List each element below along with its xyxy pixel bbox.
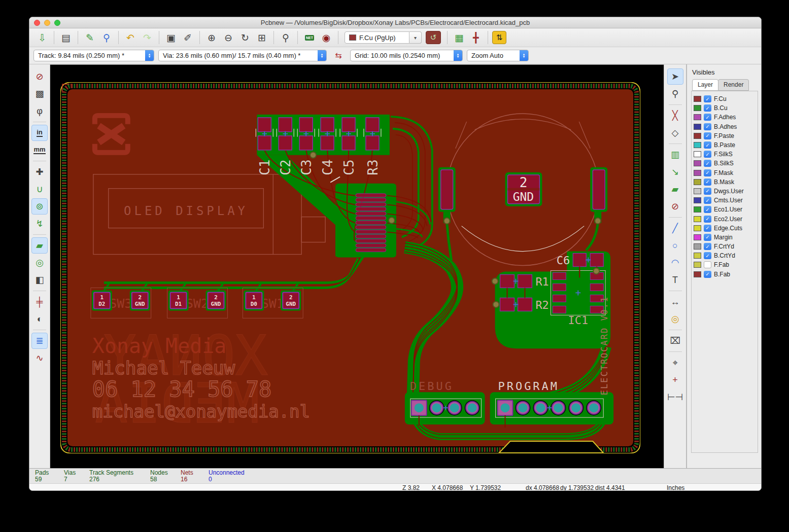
pcb-canvas[interactable]: XONAY MEDIA OLED DISPLAY [50,64,664,468]
layer-color-swatch[interactable] [694,133,701,139]
measure-tool-button[interactable]: ⊢⊣ [667,389,683,405]
tab-render[interactable]: Render [718,79,749,91]
layer-checkbox[interactable] [704,104,711,112]
track-width-select[interactable]: Track: 9.84 mils (0.250 mm) * ▲▼ [33,50,154,61]
layer-pair-toggle-button[interactable]: ↺ [426,31,441,44]
auto-delete-track-button[interactable]: ↯ [31,216,48,232]
page-settings-button[interactable]: ▤ [58,30,74,45]
layer-checkbox[interactable] [704,160,711,167]
drc-button[interactable]: ◉ [319,30,334,45]
layer-color-swatch[interactable] [694,206,701,212]
units-mm-button[interactable]: mm [31,142,48,158]
select-footprint-button[interactable]: ◇ [667,125,683,141]
zoom-out-button[interactable]: ⊖ [221,30,236,45]
netlist-button[interactable]: NET [302,30,317,45]
layer-checkbox[interactable] [704,197,711,204]
add-zone-button[interactable]: ▰ [667,181,683,197]
polar-coords-button[interactable]: φ [31,103,48,119]
add-graphic-line-button[interactable]: ╱ [667,220,683,236]
layer-color-swatch[interactable] [694,188,701,194]
zoom-window-button[interactable] [54,20,60,26]
zoom-in-button[interactable]: ⊕ [204,30,219,45]
close-window-button[interactable] [34,20,40,26]
drc-off-button[interactable]: ⊘ [31,68,48,85]
add-footprint-button[interactable]: ▥ [667,147,683,163]
layer-checkbox[interactable] [704,179,711,186]
add-dimension-button[interactable]: ↔ [667,294,683,310]
layer-selector-dropdown-button[interactable]: ▾ [409,31,422,44]
layer-checkbox[interactable] [704,132,711,139]
undo-button[interactable]: ↶ [123,30,138,45]
grid-visibility-button[interactable]: ▩ [31,86,48,102]
via-size-select[interactable]: Via: 23.6 mils (0.60 mm)/ 15.7 mils (0.4… [158,50,327,61]
footprint-editor-button[interactable]: ✎ [82,30,97,45]
layer-color-swatch[interactable] [694,96,701,102]
layer-checkbox[interactable] [704,188,711,195]
add-text-button[interactable]: T [667,272,683,288]
titlebar[interactable]: Pcbnew — /Volumes/BigDisk/Dropbox/Xonay … [29,17,761,28]
layer-checkbox[interactable] [704,234,711,241]
add-target-button[interactable]: ◎ [667,311,683,327]
layer-checkbox[interactable] [704,261,711,268]
layer-color-swatch[interactable] [694,262,701,268]
layer-color-swatch[interactable] [694,271,701,277]
layer-color-swatch[interactable] [694,216,701,222]
layer-checkbox[interactable] [704,151,711,158]
footprint-mode-button[interactable]: ▦ [452,30,467,45]
layer-checkbox[interactable] [704,114,711,121]
layer-color-swatch[interactable] [694,142,701,148]
layers-manager-button[interactable]: ≣ [31,333,48,349]
tracks-sketch-button[interactable]: ╪ [31,294,48,310]
layer-checkbox[interactable] [704,252,711,259]
layer-color-swatch[interactable] [694,243,701,250]
footprint-browser-button[interactable]: ⚲ [99,30,114,45]
layer-color-swatch[interactable] [694,179,701,185]
layer-color-swatch[interactable] [694,234,701,240]
cursor-shape-button[interactable]: ✚ [31,164,48,180]
layer-color-swatch[interactable] [694,124,701,130]
add-graphic-arc-button[interactable]: ◠ [667,255,683,271]
pads-sketch-button[interactable]: ◧ [31,272,48,288]
units-inches-button[interactable]: in [31,125,48,141]
layer-checkbox[interactable] [704,169,711,176]
layer-checkbox[interactable] [704,206,711,213]
microwave-tools-button[interactable]: ∿ [31,350,48,366]
layer-selector[interactable]: F.Cu (PgUp) [345,31,409,44]
layer-color-swatch[interactable] [694,151,701,157]
local-ratsnest-button[interactable]: ╳ [667,108,683,124]
layer-checkbox[interactable] [704,95,711,102]
ratsnest-button[interactable]: ∪ [31,181,48,197]
zoom-select[interactable]: Zoom Auto ▲▼ [467,50,529,61]
layer-color-swatch[interactable] [694,197,701,203]
add-keepout-button[interactable]: ⊘ [667,198,683,215]
layer-color-swatch[interactable] [694,225,701,231]
drill-origin-button[interactable]: ⌖ [667,354,683,371]
delete-tool-button[interactable]: ⌧ [667,333,683,349]
show-zones-button[interactable]: ▰ [31,237,48,254]
plot-button[interactable]: ✐ [180,30,195,45]
find-button[interactable]: ⚲ [278,30,293,45]
add-graphic-circle-button[interactable]: ○ [667,237,683,254]
vias-sketch-button[interactable]: ◎ [31,255,48,271]
tab-layer[interactable]: Layer [692,79,718,91]
layer-color-swatch[interactable] [694,114,701,120]
layer-color-swatch[interactable] [694,105,701,111]
track-mode-button[interactable]: ╋ [468,30,484,45]
zoom-fit-button[interactable]: ⊞ [254,30,269,45]
layer-checkbox[interactable] [704,243,711,250]
grid-select[interactable]: Grid: 10.00 mils (0.2540 mm) ▲▼ [350,50,463,61]
high-contrast-button[interactable]: ◐ [31,311,48,327]
layer-checkbox[interactable] [704,141,711,149]
grid-origin-button[interactable]: + [667,372,683,388]
layer-color-swatch[interactable] [694,170,701,176]
layer-checkbox[interactable] [704,225,711,232]
redraw-button[interactable]: ↻ [237,30,253,45]
highlight-net-button[interactable]: ⚲ [667,86,683,102]
diff-pair-button[interactable]: ⇆ [331,49,346,62]
layer-checkbox[interactable] [704,271,711,278]
layer-color-swatch[interactable] [694,253,701,259]
redo-button[interactable]: ↷ [140,30,155,45]
select-tool-button[interactable]: ➤ [667,68,683,85]
layer-checkbox[interactable] [704,123,711,130]
print-button[interactable]: ▣ [163,30,179,45]
